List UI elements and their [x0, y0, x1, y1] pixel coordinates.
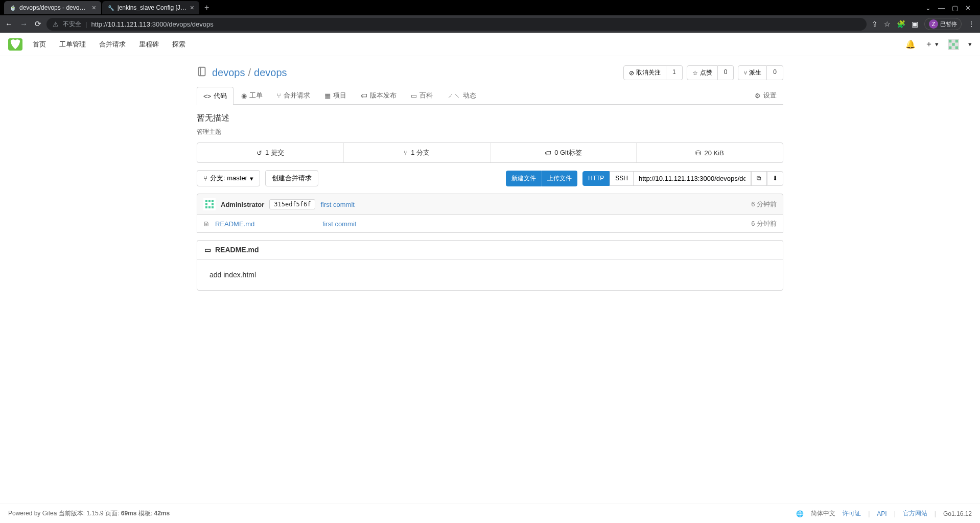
commit-sha[interactable]: 315edf5f6f: [269, 199, 315, 209]
new-tab-button[interactable]: +: [200, 2, 213, 13]
close-window-icon[interactable]: ✕: [965, 4, 971, 12]
readme-panel: ▭ README.md add index.html: [197, 240, 783, 291]
fork-group: ⑂ 派生 0: [738, 65, 783, 80]
window-controls: ⌄ — ▢ ✕: [920, 4, 976, 12]
clone-url-input[interactable]: [634, 171, 751, 186]
fork-count[interactable]: 0: [767, 65, 783, 80]
svg-rect-4: [955, 46, 959, 49]
bookmark-icon[interactable]: ☆: [884, 20, 891, 28]
nav-milestones[interactable]: 里程碑: [139, 40, 159, 49]
upload-file-button[interactable]: 上传文件: [542, 171, 577, 186]
tab-title: jenkins_slave Config [Jenkins]: [118, 4, 187, 11]
tags-stat[interactable]: 🏷 0 Git标签: [490, 143, 637, 162]
tab-pulls[interactable]: ⑂ 合并请求: [270, 86, 317, 104]
download-button[interactable]: ⬇: [767, 171, 783, 186]
close-icon[interactable]: ×: [190, 4, 194, 12]
svg-rect-5: [199, 67, 205, 76]
browser-tab-1[interactable]: 🔧 jenkins_slave Config [Jenkins] ×: [102, 1, 199, 14]
readme-content: add index.html: [197, 259, 783, 290]
chevron-down-icon[interactable]: ⌄: [925, 4, 931, 12]
readme-filename: README.md: [215, 246, 259, 254]
url-input[interactable]: ⚠ 不安全 | http://10.11.121.113:3000/devops…: [46, 18, 867, 31]
jenkins-favicon-icon: 🔧: [107, 4, 114, 11]
forward-button[interactable]: →: [20, 19, 28, 29]
unwatch-button[interactable]: ⊘ 取消关注: [623, 65, 666, 80]
create-dropdown[interactable]: ＋ ▾: [925, 39, 939, 50]
tag-icon: 🏷: [361, 92, 367, 100]
tab-code[interactable]: <> 代码: [197, 87, 234, 105]
code-icon: <>: [203, 92, 211, 100]
copy-icon: ⧉: [757, 175, 761, 182]
close-icon[interactable]: ×: [92, 4, 96, 12]
menu-icon[interactable]: ⋮: [968, 20, 975, 28]
star-count[interactable]: 0: [718, 65, 734, 80]
project-icon: ▦: [324, 92, 331, 100]
repo-tabs: <> 代码 ◉ 工单 ⑂ 合并请求 ▦ 项目 🏷 版本发布 ▭ 百科: [197, 86, 783, 105]
repo-name-link[interactable]: devops: [254, 67, 287, 79]
commits-stat[interactable]: ↺ 1 提交: [197, 143, 343, 162]
tab-wiki[interactable]: ▭ 百科: [404, 86, 439, 104]
pull-icon: ⑂: [277, 92, 281, 100]
copy-url-button[interactable]: ⧉: [751, 171, 767, 186]
maximize-icon[interactable]: ▢: [952, 4, 958, 12]
tag-icon: 🏷: [545, 149, 551, 157]
toolbar-right: ⇪ ☆ 🧩 ▣ Z 已暂停 ⋮: [872, 18, 975, 30]
toolbar-right: 新建文件 上传文件 HTTP SSH ⧉ ⬇: [506, 171, 783, 186]
clone-group: HTTP SSH ⧉ ⬇: [582, 171, 783, 186]
repo-icon: [197, 66, 208, 80]
user-avatar[interactable]: [948, 39, 959, 50]
profile-paused[interactable]: Z 已暂停: [924, 18, 962, 30]
nav-pulls[interactable]: 合并请求: [99, 40, 126, 49]
book-icon: ▭: [204, 246, 211, 254]
tab-issues[interactable]: ◉ 工单: [235, 86, 269, 104]
file-name-link[interactable]: README.md: [215, 220, 317, 228]
tab-settings[interactable]: ⚙ 设置: [748, 86, 783, 104]
minimize-icon[interactable]: —: [938, 4, 945, 12]
nav-issues[interactable]: 工单管理: [59, 40, 86, 49]
share-icon[interactable]: ⇪: [872, 20, 878, 28]
watch-group: ⊘ 取消关注 1: [623, 65, 683, 80]
pulse-icon: ⟋⟍: [447, 92, 460, 100]
repo-container: devops / devops ⊘ 取消关注 1 ☆ 点赞 0: [189, 56, 791, 291]
browser-tab-0[interactable]: 🍵 devops/devops - devops - Git… ×: [4, 1, 101, 14]
svg-rect-7: [203, 198, 216, 210]
http-button[interactable]: HTTP: [582, 171, 610, 186]
star-button[interactable]: ☆ 点赞: [687, 65, 718, 80]
manage-topics-link[interactable]: 管理主题: [197, 128, 783, 136]
chevron-down-icon[interactable]: ▾: [968, 40, 972, 48]
profile-avatar: Z: [929, 19, 938, 29]
repo-owner-link[interactable]: devops: [212, 67, 245, 79]
reload-button[interactable]: ⟳: [35, 19, 41, 29]
gitea-favicon-icon: 🍵: [9, 4, 16, 11]
nav-home[interactable]: 首页: [33, 40, 46, 49]
file-icon: 🗎: [203, 220, 210, 228]
commit-time: 6 分钟前: [751, 200, 777, 209]
branch-dropdown[interactable]: ⑂ 分支: master ▾: [197, 170, 260, 186]
nav-explore[interactable]: 探索: [172, 40, 185, 49]
gitea-logo-icon[interactable]: [8, 38, 22, 51]
notifications-icon[interactable]: 🔔: [905, 39, 916, 49]
watch-count[interactable]: 1: [666, 65, 683, 80]
file-commit-msg[interactable]: first commit: [322, 220, 356, 228]
extensions-icon[interactable]: 🧩: [897, 20, 905, 28]
commit-message[interactable]: first commit: [320, 201, 354, 208]
commit-author[interactable]: Administrator: [221, 201, 264, 208]
nav-buttons: ← → ⟳: [5, 19, 41, 29]
ssh-button[interactable]: SSH: [610, 171, 634, 186]
fork-button[interactable]: ⑂ 派生: [738, 65, 767, 80]
database-icon: ⛁: [695, 149, 701, 157]
tab-projects[interactable]: ▦ 项目: [318, 86, 353, 104]
commit-author-avatar[interactable]: [203, 198, 216, 210]
fork-icon: ⑂: [743, 69, 747, 77]
tab-activity[interactable]: ⟋⟍ 动态: [440, 86, 483, 104]
file-actions: 新建文件 上传文件: [506, 171, 577, 186]
file-list: 🗎 README.md first commit 6 分钟前: [197, 215, 783, 233]
panel-icon[interactable]: ▣: [912, 20, 918, 28]
tab-releases[interactable]: 🏷 版本发布: [354, 86, 403, 104]
create-pr-button[interactable]: 创建合并请求: [265, 170, 318, 186]
branches-stat[interactable]: ⑂ 1 分支: [343, 143, 490, 162]
back-button[interactable]: ←: [5, 19, 13, 29]
gitea-header: 首页 工单管理 合并请求 里程碑 探索 🔔 ＋ ▾ ▾: [0, 33, 980, 56]
svg-rect-1: [955, 39, 959, 42]
new-file-button[interactable]: 新建文件: [506, 171, 542, 186]
